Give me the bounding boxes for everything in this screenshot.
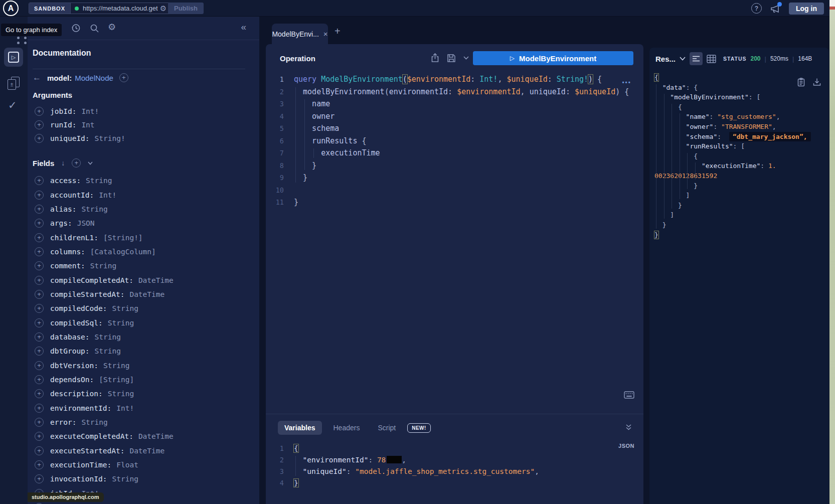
back-icon[interactable]: ← (33, 73, 41, 83)
field-row[interactable]: + accountId: Int! (33, 188, 253, 202)
line-number: 7 (266, 147, 284, 159)
argument-row[interactable]: + uniqueId: String! (33, 131, 253, 145)
add-field-button[interactable]: + (35, 304, 44, 313)
field-row[interactable]: + environmentId: Int! (33, 401, 253, 415)
announcements-icon[interactable] (770, 3, 781, 14)
response-chevron-icon[interactable] (680, 57, 686, 61)
add-field-button[interactable]: + (35, 432, 44, 441)
breadcrumb-type-link[interactable]: ModelNode (75, 74, 113, 82)
tab-headers[interactable]: Headers (327, 421, 367, 435)
field-row[interactable]: + alias: String (33, 202, 253, 216)
add-argument-button[interactable]: + (35, 107, 44, 116)
add-field-button[interactable]: + (35, 375, 44, 384)
add-field-button[interactable]: + (35, 318, 44, 327)
add-field-button[interactable]: + (35, 191, 44, 200)
code-line: 9 } (266, 172, 643, 184)
field-row[interactable]: + compileStartedAt: DateTime (33, 287, 253, 301)
field-row[interactable]: + access: String (33, 174, 253, 188)
add-field-button[interactable]: + (35, 332, 44, 342)
save-operation-icon[interactable] (447, 54, 456, 63)
line-number: 4 (266, 477, 284, 489)
sort-fields-icon[interactable]: ↓ (61, 159, 65, 167)
run-operation-button[interactable]: ▷ ModelByEnvironment (473, 51, 633, 65)
add-field-button[interactable]: + (35, 389, 44, 398)
add-field-button[interactable]: + (35, 290, 44, 299)
field-row[interactable]: + comment: String (33, 259, 253, 273)
field-row[interactable]: + database: String (33, 330, 253, 344)
history-icon[interactable] (71, 23, 81, 33)
add-field-button[interactable]: + (35, 347, 44, 356)
field-row[interactable]: + dbtVersion: String (33, 358, 253, 372)
response-json[interactable]: { "data": { "modelByEnvironment": [ { "n… (654, 73, 827, 240)
endpoint-settings-icon[interactable]: ⚙ (160, 4, 166, 13)
wrap-lines-button[interactable] (690, 52, 703, 65)
code-line: "modelByEnvironment": [ (654, 92, 827, 102)
collapse-panel-icon[interactable]: « (241, 22, 246, 33)
field-row[interactable]: + dbtGroup: String (33, 344, 253, 358)
field-row[interactable]: + executeCompletedAt: DateTime (33, 429, 253, 443)
share-operation-icon[interactable] (431, 53, 439, 63)
operation-tab[interactable]: ModelByEnvi... × (272, 24, 328, 44)
add-fields-chevron-icon[interactable] (88, 161, 93, 165)
apollo-logo[interactable]: A (3, 1, 19, 16)
help-icon[interactable]: ? (751, 3, 762, 14)
add-field-button[interactable]: + (35, 446, 44, 455)
argument-row[interactable]: + runId: Int (33, 118, 253, 131)
field-row[interactable]: + args: JSON (33, 216, 253, 230)
add-field-button[interactable]: + (35, 404, 44, 413)
endpoint-url-box[interactable]: https://metadata.cloud.get ⚙ (71, 3, 173, 14)
field-row[interactable]: + compiledCode: String (33, 301, 253, 315)
add-field-button[interactable]: + (35, 474, 44, 483)
add-field-button[interactable]: + (35, 460, 44, 469)
settings-gear-icon[interactable]: ⚙ (108, 22, 116, 33)
add-argument-button[interactable]: + (35, 120, 44, 129)
graph-index-icon[interactable] (17, 37, 28, 43)
field-row[interactable]: + description: String (33, 387, 253, 401)
add-field-button[interactable]: + (35, 233, 44, 242)
add-all-fields-button[interactable]: + (119, 73, 128, 82)
top-bar: A SANDBOX https://metadata.cloud.get ⚙ P… (0, 0, 835, 17)
line-number: 8 (266, 159, 284, 172)
argument-row[interactable]: + jobId: Int! (33, 104, 253, 118)
add-field-button[interactable]: + (35, 261, 44, 270)
code-line: { (654, 102, 827, 112)
sandbox-badge[interactable]: SANDBOX (29, 3, 71, 14)
field-row[interactable]: + invocationId: String (33, 472, 253, 486)
field-row[interactable]: + executeStartedAt: DateTime (33, 444, 253, 458)
field-row[interactable]: + compiledSql: String (33, 315, 253, 329)
add-field-button[interactable]: + (35, 205, 44, 214)
field-row[interactable]: + columns: [CatalogColumn] (33, 245, 253, 259)
field-row[interactable]: + childrenL1: [String!] (33, 230, 253, 244)
tab-script[interactable]: Script (371, 421, 402, 435)
sidebar-item-schema[interactable]: ± (8, 77, 20, 90)
sidebar-item-checks[interactable]: ✓ (8, 99, 17, 111)
table-view-icon[interactable] (707, 55, 716, 63)
add-field-button[interactable]: + (35, 247, 44, 256)
keyboard-shortcuts-icon[interactable] (624, 391, 634, 399)
tab-variables[interactable]: Variables (278, 421, 322, 435)
field-row[interactable]: + dependsOn: [String] (33, 373, 253, 387)
close-tab-icon[interactable]: × (323, 30, 328, 38)
add-field-button[interactable]: + (35, 276, 44, 285)
publish-button[interactable]: Publish (168, 3, 204, 14)
field-row[interactable]: + compileCompletedAt: DateTime (33, 273, 253, 287)
add-field-button[interactable]: + (35, 219, 44, 228)
collapse-variables-icon[interactable] (625, 424, 632, 431)
search-icon[interactable] (89, 23, 99, 33)
add-fields-button[interactable]: + (72, 158, 81, 167)
login-button[interactable]: Log in (789, 3, 824, 15)
field-row[interactable]: + error: String (33, 415, 253, 429)
endpoint-url[interactable]: https://metadata.cloud.get (83, 5, 158, 12)
notification-dot (777, 2, 782, 7)
new-tab-button[interactable]: + (335, 26, 341, 37)
save-chevron-icon[interactable] (463, 56, 469, 60)
query-editor[interactable]: 1query ModelByEnvironment($environmentId… (266, 73, 643, 209)
variables-editor[interactable]: 1{2 "environmentId": 78,3 "uniqueId": "m… (266, 443, 643, 489)
add-field-button[interactable]: + (35, 361, 44, 370)
field-row[interactable]: + executionTime: Float (33, 458, 253, 472)
add-field-button[interactable]: + (35, 176, 44, 185)
add-argument-button[interactable]: + (35, 134, 44, 143)
response-title[interactable]: Res... (655, 55, 676, 63)
sidebar-item-explorer[interactable]: ▷ (4, 48, 23, 67)
add-field-button[interactable]: + (35, 418, 44, 427)
